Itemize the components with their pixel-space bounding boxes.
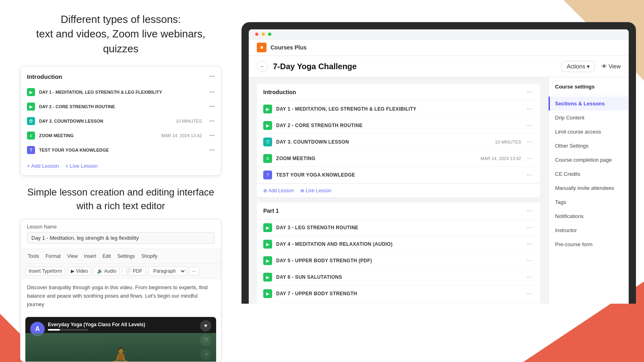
section-dots-button[interactable]: ··· bbox=[209, 73, 215, 80]
course-header-right: Actions ▾ 👁 View bbox=[561, 61, 621, 72]
more-options-button[interactable]: ··· bbox=[189, 267, 199, 276]
left-top-heading: Different types of lessons: text and vid… bbox=[36, 12, 206, 56]
settings-item-label: Other Settings bbox=[555, 143, 588, 149]
lesson-menu-button[interactable]: ··· bbox=[525, 138, 534, 146]
section-footer: ⊕ Add Lesson ⊕ Live Lesson bbox=[257, 183, 540, 197]
table-row: Z ZOOM MEETING MAR 14, 2024 13:42 ··· bbox=[257, 150, 540, 167]
menu-view[interactable]: View bbox=[65, 252, 80, 260]
video-icon: ▶ bbox=[263, 240, 272, 249]
settings-item-completion-page[interactable]: Course completion page bbox=[549, 153, 629, 167]
menu-settings[interactable]: Settings bbox=[115, 252, 137, 260]
lesson-date: MAR 14, 2024 13:42 bbox=[481, 156, 521, 161]
lesson-name: DAY 7 - UPPER BODY STRENGTH bbox=[276, 291, 521, 296]
left-bottom-heading: Simple lesson creation and editing inter… bbox=[27, 185, 214, 212]
actions-chevron-icon: ▾ bbox=[587, 63, 590, 70]
settings-item-invite-attendees[interactable]: Manually invite attendees bbox=[549, 181, 629, 195]
lesson-menu-button[interactable]: ··· bbox=[525, 155, 534, 162]
lesson-menu-button[interactable]: ··· bbox=[525, 171, 534, 179]
section-name: Introduction bbox=[263, 89, 296, 95]
lesson-menu-button[interactable]: ··· bbox=[525, 241, 534, 248]
insert-video-button[interactable]: ▶ Video bbox=[68, 267, 91, 276]
lesson-menu-button[interactable]: ··· bbox=[525, 290, 534, 297]
active-indicator bbox=[549, 97, 550, 111]
video-icon: ▶ bbox=[263, 289, 272, 298]
section-menu-button[interactable]: ··· bbox=[525, 207, 534, 214]
video-icon: ▶ bbox=[263, 121, 272, 130]
view-button[interactable]: 👁 View bbox=[601, 63, 621, 70]
settings-item-tags[interactable]: Tags bbox=[549, 195, 629, 209]
menu-format[interactable]: Format bbox=[43, 252, 63, 260]
lesson-menu-button[interactable]: ··· bbox=[525, 257, 534, 264]
settings-item-label: Pre-course form bbox=[555, 241, 592, 247]
favorite-icon[interactable]: ♥ bbox=[200, 320, 211, 331]
back-button[interactable]: ← bbox=[257, 61, 268, 72]
zoom-icon: Z bbox=[27, 132, 35, 140]
menu-insert[interactable]: Insert bbox=[82, 252, 99, 260]
add-lesson-button[interactable]: ⊕ Add Lesson bbox=[263, 188, 294, 193]
yoga-silhouette: 🧘 bbox=[111, 346, 131, 362]
video-icon: ▶ bbox=[27, 88, 35, 96]
lesson-dots-button[interactable]: ··· bbox=[209, 132, 215, 139]
menu-tools[interactable]: Tools bbox=[25, 252, 41, 260]
lesson-name: DAY 3 - LEG STRENGTH ROUTINE bbox=[276, 225, 521, 230]
settings-item-drip-content[interactable]: Drip Content bbox=[549, 111, 629, 125]
lesson-menu-button[interactable]: ··· bbox=[525, 122, 534, 129]
lesson-name: TEST YOUR YOGA KNOWLEDGE bbox=[39, 148, 202, 152]
insert-pdf-button[interactable]: 📄 PDF bbox=[122, 267, 145, 276]
add-lesson-button[interactable]: + Add Lesson bbox=[27, 163, 59, 169]
mini-lesson-card: Introduction ··· ▶ DAY 1 - MEDITATION, L… bbox=[20, 66, 221, 176]
editor-body[interactable]: Discover tranquility through yoga in thi… bbox=[21, 279, 221, 313]
lesson-dots-button[interactable]: ··· bbox=[209, 103, 215, 110]
lesson-name: TEST YOUR YOGA KNOWLEDGE bbox=[276, 172, 521, 178]
section-menu-button[interactable]: ··· bbox=[525, 88, 534, 96]
live-lesson-button[interactable]: + Live Lesson bbox=[65, 163, 98, 169]
lesson-dots-button[interactable]: ··· bbox=[209, 146, 215, 154]
lesson-dots-button[interactable]: ··· bbox=[209, 117, 215, 125]
lesson-menu-button[interactable]: ··· bbox=[525, 224, 534, 231]
settings-item-instructor[interactable]: Instructor bbox=[549, 223, 629, 237]
left-panel: Different types of lessons: text and vid… bbox=[0, 0, 242, 362]
laptop-top-bar bbox=[249, 29, 629, 39]
table-row: ▶ DAY 3 - LEG STRENGTH ROUTINE ··· bbox=[257, 220, 540, 236]
zoom-icon: Z bbox=[263, 154, 272, 163]
settings-item-limit-access[interactable]: Limit course access bbox=[549, 125, 629, 139]
settings-item-ce-credits[interactable]: CE Credits bbox=[549, 167, 629, 181]
table-row: ▶ DAY 2 - CORE STRENGTH ROUTINE ··· bbox=[257, 117, 540, 134]
lesson-dots-button[interactable]: ··· bbox=[209, 88, 215, 96]
minimize-dot bbox=[262, 33, 265, 36]
video-icon: ▶ bbox=[263, 223, 272, 232]
settings-item-pre-course-form[interactable]: Pre-course form bbox=[549, 237, 629, 251]
live-lesson-button[interactable]: ⊕ Live Lesson bbox=[300, 188, 331, 193]
part1-section: Part 1 ··· ▶ DAY 3 - LEG STRENGTH ROUTIN… bbox=[257, 202, 540, 304]
lesson-name-label: Lesson Name bbox=[27, 224, 215, 230]
quiz-icon: ? bbox=[27, 146, 35, 154]
video-title-area: Everyday Yoga (Yoga Class For All Levels… bbox=[48, 322, 145, 331]
lesson-name: DAY 6 - SUN SALUTATIONS bbox=[276, 274, 521, 280]
settings-item-other[interactable]: Other Settings bbox=[549, 139, 629, 153]
mini-section-header: Introduction ··· bbox=[21, 73, 221, 85]
insert-audio-button[interactable]: 🔊 Audio bbox=[94, 267, 120, 276]
lesson-name-input[interactable]: Day 1 - Meditation, leg strength & leg f… bbox=[27, 232, 215, 244]
table-row: ? TEST YOUR YOGA KNOWLEDGE ··· bbox=[257, 167, 540, 183]
lesson-name: ZOOM MEETING bbox=[39, 133, 157, 138]
course-settings-panel: Course settings Sections & Lessons Drip … bbox=[548, 77, 629, 304]
settings-item-notifications[interactable]: Notifications bbox=[549, 209, 629, 223]
paragraph-select[interactable]: Paragraph bbox=[148, 266, 186, 276]
menu-edit[interactable]: Edit bbox=[100, 252, 114, 260]
editor-menu-toolbar: Tools Format View Insert Edit Settings S… bbox=[21, 249, 221, 264]
lesson-menu-button[interactable]: ··· bbox=[525, 274, 534, 281]
settings-panel-title: Course settings bbox=[549, 84, 629, 95]
menu-shopify[interactable]: Shopify bbox=[139, 252, 160, 260]
lesson-name: DAY 4 - MEDITATION AND RELAXATION (AUDIO… bbox=[276, 241, 521, 247]
editor-format-toolbar: Insert Typeform ▶ Video 🔊 Audio 📄 PDF Pa… bbox=[21, 264, 221, 279]
app-header: ■ Courses Plus bbox=[249, 39, 629, 56]
settings-item-label: Instructor bbox=[555, 227, 577, 233]
actions-button[interactable]: Actions ▾ bbox=[561, 61, 595, 72]
insert-typeform-button[interactable]: Insert Typeform bbox=[25, 267, 65, 276]
settings-item-sections-lessons[interactable]: Sections & Lessons bbox=[549, 97, 629, 111]
video-icon: ▶ bbox=[263, 273, 272, 282]
laptop-screen: ■ Courses Plus ← 7-Day Yoga Challenge Ac… bbox=[249, 29, 629, 304]
laptop-frame: ■ Courses Plus ← 7-Day Yoga Challenge Ac… bbox=[242, 22, 636, 304]
lesson-name-field: Lesson Name Day 1 - Meditation, leg stre… bbox=[21, 219, 221, 249]
lesson-menu-button[interactable]: ··· bbox=[525, 105, 534, 113]
